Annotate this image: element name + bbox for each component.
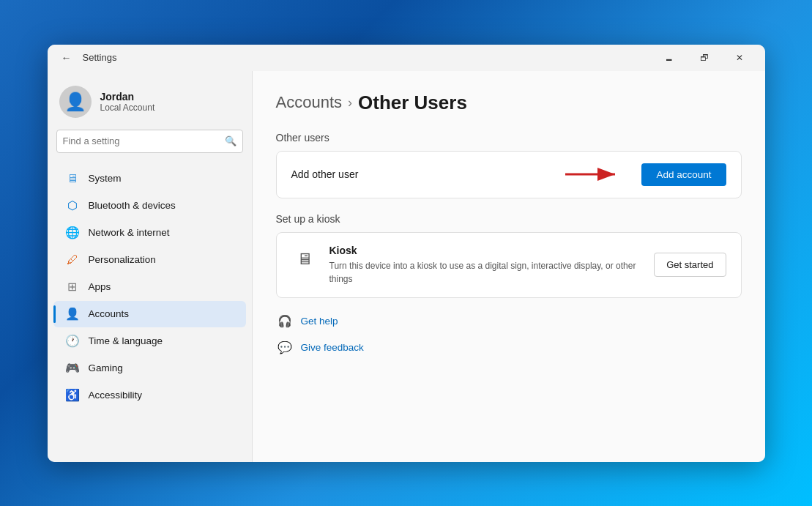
sidebar-item-label-bluetooth: Bluetooth & devices [89, 200, 176, 211]
breadcrumb: Accounts › Other Users [276, 92, 742, 114]
time-icon: 🕐 [65, 334, 80, 349]
get-help-link[interactable]: Get help [301, 316, 338, 327]
breadcrumb-current: Other Users [358, 92, 467, 114]
content-area: Accounts › Other Users Other users Add o… [253, 71, 765, 462]
sidebar-item-label-network: Network & internet [89, 227, 170, 238]
window-title: Settings [83, 52, 652, 63]
add-account-button[interactable]: Add account [641, 163, 726, 186]
sidebar-item-accounts[interactable]: 👤 Accounts [53, 301, 246, 327]
accounts-icon: 👤 [65, 307, 80, 321]
sidebar-item-gaming[interactable]: 🎮 Gaming [53, 355, 246, 382]
sidebar-item-label-apps: Apps [89, 281, 111, 292]
system-icon: 🖥 [65, 171, 80, 186]
main-layout: 👤 Jordan Local Account 🔍 🖥 System ⬡ [48, 71, 765, 462]
arrow-annotation [565, 165, 624, 183]
user-profile: 👤 Jordan Local Account [48, 71, 252, 130]
user-name: Jordan [100, 91, 155, 103]
close-button[interactable]: ✕ [723, 45, 756, 71]
sidebar-item-time[interactable]: 🕐 Time & language [53, 328, 246, 354]
other-users-card: Add other user Add account [276, 151, 742, 198]
footer-links: 🎧 Get help 💬 Give feedback [276, 313, 742, 357]
user-avatar-icon: 👤 [64, 92, 86, 112]
nav-items: 🖥 System ⬡ Bluetooth & devices 🌐 Network… [48, 162, 252, 412]
add-other-user-row: Add other user Add account [277, 152, 741, 198]
sidebar-item-label-personalization: Personalization [89, 254, 156, 265]
give-feedback-link[interactable]: Give feedback [301, 342, 364, 353]
titlebar: ← Settings 🗕 🗗 ✕ [48, 45, 765, 71]
kiosk-text: Kiosk Turn this device into a kiosk to u… [329, 245, 643, 286]
sidebar-item-network[interactable]: 🌐 Network & internet [53, 220, 246, 246]
get-help-icon: 🎧 [276, 313, 294, 330]
sidebar-item-label-accounts: Accounts [89, 308, 130, 319]
search-input[interactable] [63, 135, 225, 146]
maximize-button[interactable]: 🗗 [688, 45, 721, 71]
search-icon: 🔍 [225, 135, 236, 146]
add-other-user-label: Add other user [291, 168, 554, 180]
kiosk-name: Kiosk [329, 245, 643, 256]
user-info: Jordan Local Account [100, 91, 155, 113]
sidebar-item-personalization[interactable]: 🖊 Personalization [53, 247, 246, 273]
sidebar-item-accessibility[interactable]: ♿ Accessibility [53, 382, 246, 409]
sidebar-item-label-gaming: Gaming [89, 362, 123, 373]
user-account-type: Local Account [100, 103, 155, 113]
section-other-users-title: Other users [276, 132, 742, 144]
avatar: 👤 [59, 86, 92, 118]
kiosk-icon: 🖥 [291, 246, 318, 272]
sidebar-item-label-accessibility: Accessibility [89, 390, 143, 401]
kiosk-get-started-button[interactable]: Get started [654, 253, 726, 277]
network-icon: 🌐 [65, 226, 80, 240]
sidebar-item-label-time: Time & language [89, 335, 163, 346]
give-feedback-row[interactable]: 💬 Give feedback [276, 339, 742, 357]
accessibility-icon: ♿ [65, 388, 80, 403]
sidebar-item-apps[interactable]: ⊞ Apps [53, 274, 246, 300]
kiosk-description: Turn this device into a kiosk to use as … [329, 259, 643, 286]
sidebar-item-label-system: System [89, 173, 122, 184]
minimize-button[interactable]: 🗕 [652, 45, 686, 71]
personalization-icon: 🖊 [65, 253, 80, 267]
bluetooth-icon: ⬡ [65, 198, 80, 213]
window-controls: 🗕 🗗 ✕ [652, 45, 756, 71]
get-help-row[interactable]: 🎧 Get help [276, 313, 742, 330]
settings-window: ← Settings 🗕 🗗 ✕ 👤 Jordan Local Account … [48, 45, 765, 462]
kiosk-card: 🖥 Kiosk Turn this device into a kiosk to… [276, 232, 742, 298]
back-button[interactable]: ← [56, 48, 77, 68]
sidebar: 👤 Jordan Local Account 🔍 🖥 System ⬡ [48, 71, 253, 462]
give-feedback-icon: 💬 [276, 339, 294, 357]
search-box[interactable]: 🔍 [56, 130, 243, 153]
apps-icon: ⊞ [65, 280, 80, 294]
section-kiosk-title: Set up a kiosk [276, 213, 742, 225]
gaming-icon: 🎮 [65, 361, 80, 376]
breadcrumb-separator: › [348, 95, 352, 111]
sidebar-item-system[interactable]: 🖥 System [53, 165, 246, 192]
breadcrumb-parent[interactable]: Accounts [276, 93, 343, 112]
sidebar-item-bluetooth[interactable]: ⬡ Bluetooth & devices [53, 193, 246, 219]
kiosk-row: 🖥 Kiosk Turn this device into a kiosk to… [277, 233, 741, 297]
